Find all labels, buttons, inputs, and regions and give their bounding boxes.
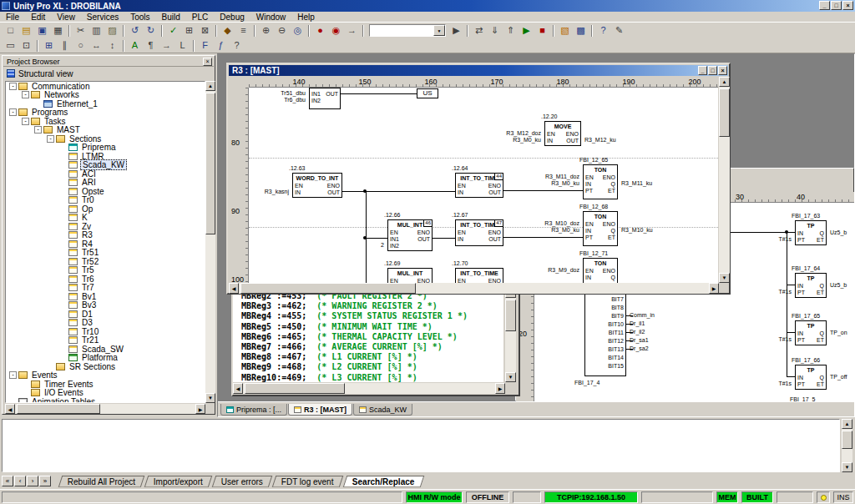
connect-plc-button[interactable]: ⇄ [471,23,487,38]
copy-button[interactable]: ▥ [89,23,104,38]
fbd-block[interactable]: BIT7BIT8BIT9BIT10BIT11BIT12BIT13BIT14BIT… [584,293,626,376]
output-tab-search-replace[interactable]: Search/Replace [342,476,423,487]
tree-item-communication[interactable]: -Communication [6,82,205,91]
tree-item-tr10[interactable]: Tr10 [6,327,205,336]
fbd-canvas[interactable]: USIN1OUTIN2Tr51_dbuTr6_dbu.12.20MOVEENEN… [249,88,718,283]
tree-item-events[interactable]: -Events [6,371,205,381]
rebuild-all-button[interactable]: ⊠ [197,23,213,38]
output-tab-user-errors[interactable]: User errors [212,476,273,487]
animation-mode-button[interactable]: ▧ [557,23,573,38]
build-changes-button[interactable]: ⊞ [181,23,197,38]
analyze-project-button[interactable]: ✓ [165,23,181,38]
scroll-thumb[interactable] [245,383,345,394]
tree-item-tr52[interactable]: Tr52 [6,257,205,266]
watchpoint-button[interactable]: ◉ [328,23,344,38]
fbd-block-mul-int[interactable]: MUL_INTENENOIN1OUT [387,268,433,283]
data-editor-button[interactable]: ≡ [235,23,251,38]
insert-label-button[interactable]: L [175,38,190,53]
menu-file[interactable]: File [0,12,25,23]
st-hscroll[interactable]: ◀▶ [233,383,505,394]
scroll-right-button[interactable]: ▶ [495,383,505,394]
tree-item-networks[interactable]: -Networks [6,91,205,100]
first-output-tab-button[interactable]: « [2,476,13,486]
fbd-block-ton[interactable]: TONENENOINQPTET [583,211,618,246]
search-combo[interactable]: ▼ [369,24,446,37]
output-content[interactable] [2,419,840,472]
fbd-block-mul-int[interactable]: MUL_INT46ENENOIN1OUTIN2 [387,219,433,251]
tree-item-programs[interactable]: -Programs [6,108,205,118]
output-tab-rebuild-all-project[interactable]: Rebuild All Project [58,476,145,487]
doc-minimize-button[interactable]: _ [698,66,707,75]
doc-tab-scada-kw[interactable]: Scada_KW [353,404,412,416]
connector-box[interactable]: US [417,88,438,98]
new-project-button[interactable]: □ [3,23,18,38]
tree-item-scada-kw[interactable]: Scada_KW [6,161,205,170]
tree-item-aci[interactable]: ACI [6,169,205,179]
search-button[interactable]: ◎ [290,23,306,38]
menu-tools[interactable]: Tools [124,12,155,23]
scroll-down-button[interactable]: ▼ [842,462,852,472]
ffb-input-assistant-button[interactable]: ƒ [213,38,229,53]
tree-item-tr0[interactable]: Tr0 [6,196,205,205]
zoom-out-button[interactable]: ⊖ [274,23,290,38]
scroll-right-button[interactable]: ▶ [709,283,719,294]
scroll-right-button[interactable]: ▶ [195,404,205,414]
scroll-up-button[interactable]: ▲ [842,419,852,429]
find-next-button[interactable]: ▶ [448,23,464,38]
tree-item-platforma[interactable]: Platforma [6,354,205,363]
menu-plc[interactable]: PLC [186,12,214,23]
tree-item-ethernet-1[interactable]: Ethernet_1 [6,99,205,108]
tree-expand-minus[interactable]: - [9,83,17,90]
next-output-tab-button[interactable]: › [27,476,38,486]
tree-item-priprema[interactable]: Priprema [6,144,205,153]
breakpoint-button[interactable]: ● [312,23,328,38]
tree-expand-minus[interactable]: - [9,108,17,116]
scroll-up-button[interactable]: ▲ [205,81,215,91]
menu-services[interactable]: Services [81,12,124,23]
tree-item-d3[interactable]: D3 [6,319,205,328]
r3-hscroll[interactable]: ◀▶ [229,283,719,294]
undo-button[interactable]: ↺ [127,23,143,38]
zoom-mode-button[interactable]: ⊡ [18,38,34,53]
st-code-area[interactable]: MBReg2 :=453; (* FAULT REGISTER 2 *)MBRe… [233,288,503,382]
upload-from-plc-button[interactable]: ⇑ [503,23,519,38]
doc-maximize-button[interactable]: □ [708,66,717,75]
tree-item-tr7[interactable]: Tr7 [6,284,205,293]
doc-tab-r3-mast[interactable]: R3 : [MAST] [288,404,352,416]
fbd-block-ton[interactable]: TONENENOINQ [583,258,618,283]
tree-item-bv1[interactable]: Bv1 [6,292,205,301]
fbd-block-tp[interactable]: TPINQPTET [795,220,827,245]
menu-debug[interactable]: Debug [214,12,250,23]
tree-expand-minus[interactable]: - [9,371,17,379]
tree-item-op[interactable]: Op [6,204,205,214]
tree-item-sr-sections[interactable]: SR Sections [6,362,205,371]
pb-hscroll[interactable]: ◀▶ [5,404,205,414]
tree-item-opste[interactable]: Opste [6,187,205,196]
save-project-button[interactable]: ▣ [34,23,50,38]
redo-button[interactable]: ↻ [143,23,159,38]
zoom-in-button[interactable]: ⊕ [258,23,274,38]
tree-item-zv[interactable]: Zv [6,222,205,231]
document-title-bar[interactable]: R3 : [MAST] _ □ × [229,65,728,76]
tree-expand-minus[interactable]: - [22,91,29,98]
stop-plc-button[interactable]: ■ [534,23,550,38]
run-plc-button[interactable]: ▶ [519,23,534,38]
tree-item-i-o-events[interactable]: I/O Events [6,389,205,398]
tree-item-timer-events[interactable]: Timer Events [6,380,205,389]
insert-comment-button[interactable]: ¶ [143,38,159,53]
tree-expand-minus[interactable]: - [22,118,29,125]
insert-coil-button[interactable]: ○ [73,38,89,53]
paste-button[interactable]: ▨ [104,23,120,38]
fbd-block-tp[interactable]: TPINQPTET [795,273,827,298]
scroll-up-button[interactable]: ▲ [719,77,730,87]
fbd-block-int-to-time[interactable]: INT_TO_TIMEENENOINOUT [455,268,503,283]
cut-button[interactable]: ✂ [73,23,89,38]
tree-item-k[interactable]: K [6,214,205,223]
close-panel-button[interactable]: × [203,58,212,66]
fbd-block-ton[interactable]: TONENENOINQPTET [583,164,618,199]
vertical-link-button[interactable]: ↕ [104,38,120,53]
combo-dropdown-icon[interactable]: ▼ [433,25,445,36]
tree-item-bv3[interactable]: Bv3 [6,301,205,310]
minimize-button[interactable]: _ [819,1,830,10]
prev-output-tab-button[interactable]: ‹ [14,476,26,486]
